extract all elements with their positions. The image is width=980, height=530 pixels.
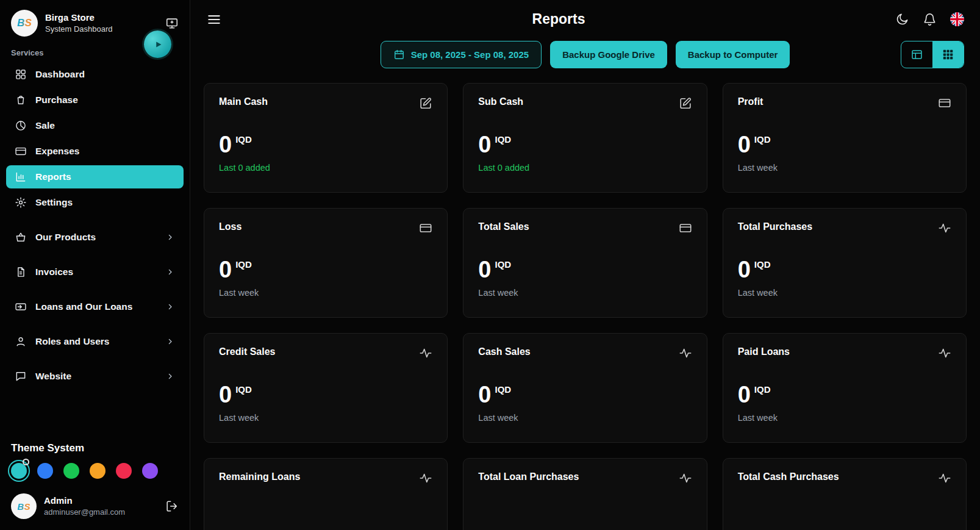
theme-system-label: Theme System [11,442,179,454]
language-flag-icon[interactable] [950,12,964,26]
stat-card-loss: Loss0IQDLast week [204,208,448,318]
sidebar-item-reports[interactable]: Reports [6,165,184,188]
sidebar-item-sale[interactable]: Sale [6,114,184,137]
card-value: 0IQD [738,258,951,281]
card-subtitle: Last week [738,163,951,173]
sidebar-item-expenses[interactable]: Expenses [6,140,184,163]
screen-share-icon[interactable] [165,16,179,30]
theme-color-orange[interactable] [90,463,106,479]
sidebar-item-roles-and-users[interactable]: Roles and Users [6,330,184,353]
main-header: Reports [190,0,980,34]
grid-view-icon[interactable] [932,41,964,68]
card-value [219,508,432,530]
sidebar-item-settings[interactable]: Settings [6,191,184,214]
sidebar: BS Birga Store System Dashboard Services… [0,0,190,530]
card-title: Remaining Loans [219,471,300,482]
theme-color-red[interactable] [116,463,132,479]
backup-to-computer-button[interactable]: Backup to Computer [676,41,790,68]
loans-icon [15,301,27,313]
edit-icon [419,96,432,110]
stat-card-profit: Profit0IQDLast week [723,83,967,193]
calendar-icon [393,49,405,60]
sidebar-item-purchase[interactable]: Purchase [6,88,184,112]
card-title: Main Cash [219,96,268,107]
sidebar-item-label: Website [35,371,71,382]
card-subtitle: Last 0 added [219,163,432,173]
stat-card-paid-loans: Paid Loans0IQDLast week [723,333,967,443]
card-currency: IQD [495,259,511,270]
notifications-bell-icon[interactable] [923,12,937,26]
card-subtitle: Last 0 added [478,163,692,173]
sidebar-item-website[interactable]: Website [6,365,184,388]
dashboard-icon [15,68,27,81]
card-value-number: 0 [738,132,751,157]
app-name: Birga Store [45,12,113,24]
date-range-button[interactable]: Sep 08, 2025 - Sep 08, 2025 [381,41,542,68]
edit-icon [679,96,692,110]
card-title: Sub Cash [478,96,523,107]
card-currency: IQD [235,384,252,395]
card-value-number: 0 [478,132,491,157]
card-subtitle: Last week [478,413,692,423]
toolbar: Sep 08, 2025 - Sep 08, 2025 Backup Googl… [190,34,980,81]
theme-color-blue[interactable] [37,463,53,479]
sidebar-item-dashboard[interactable]: Dashboard [6,63,184,86]
sidebar-item-label: Loans and Our Loans [35,301,132,312]
sidebar-item-label: Invoices [35,267,73,278]
card-value-number: 0 [219,257,232,282]
stat-card-total-loan-purchases: Total Loan Purchases [463,458,707,530]
page-title: Reports [222,11,895,27]
user-avatar: BS [11,493,37,519]
purchase-icon [15,94,27,106]
user-avatar-text: BS [18,501,30,512]
theme-color-teal[interactable] [11,463,27,479]
chevron-right-icon [165,232,175,242]
card-subtitle: Last week [478,288,692,298]
theme-section: Theme System [0,439,190,485]
card-value-number: 0 [478,382,491,407]
card-value: 0IQD [219,383,432,406]
stat-card-remaining-loans: Remaining Loans [204,458,448,530]
sidebar-item-our-products[interactable]: Our Products [6,226,184,249]
card-title: Loss [219,221,241,232]
user-row: BS Admin adminuser@gmail.com [0,485,190,530]
activity-icon [419,346,432,360]
logout-icon[interactable] [165,500,179,513]
menu-icon[interactable] [206,12,222,27]
card-title: Total Purchases [738,221,812,232]
table-view-icon[interactable] [901,41,932,68]
card-value-number: 0 [738,257,751,282]
card-value-number: 0 [478,257,491,282]
card-value-number: 0 [219,132,232,157]
card-value: 0IQD [478,258,692,281]
date-range-label: Sep 08, 2025 - Sep 08, 2025 [411,49,529,60]
theme-color-purple[interactable] [142,463,158,479]
activity-icon [419,471,432,485]
user-name: Admin [44,495,125,507]
wallet-icon [419,221,432,235]
card-value: 0IQD [478,133,692,156]
sidebar-item-invoices[interactable]: Invoices [6,260,184,284]
card-subtitle: Last week [219,413,432,423]
sidebar-item-loans-and-our-loans[interactable]: Loans and Our Loans [6,295,184,318]
stat-card-total-purchases: Total Purchases0IQDLast week [723,208,967,318]
user-email: adminuser@gmail.com [44,507,125,518]
card-currency: IQD [754,259,771,270]
app-subtitle: System Dashboard [45,24,113,35]
card-title: Total Cash Purchases [738,471,839,482]
card-currency: IQD [495,384,511,395]
activity-icon [938,221,951,235]
card-title: Credit Sales [219,346,275,357]
backup-google-drive-button[interactable]: Backup Google Drive [550,41,667,68]
dark-mode-moon-icon[interactable] [895,12,909,26]
invoices-icon [15,266,27,278]
sidebar-item-label: Sale [35,120,55,131]
services-label: Services [11,48,44,57]
stat-card-total-sales: Total Sales0IQDLast week [463,208,707,318]
theme-color-green[interactable] [63,463,79,479]
main-content: Reports [190,0,980,530]
card-title: Total Loan Purchases [478,471,579,482]
users-icon [15,335,27,348]
card-value: 0IQD [738,383,951,406]
play-button[interactable] [144,30,171,58]
